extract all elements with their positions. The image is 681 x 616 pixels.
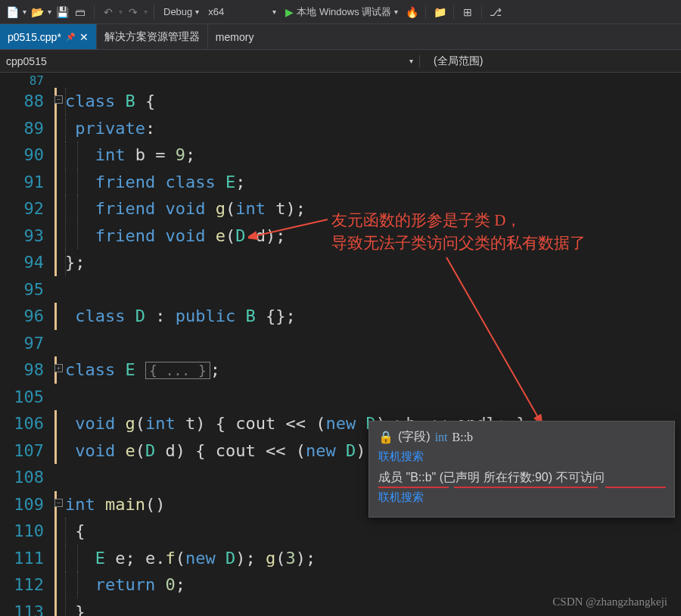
nav-scope-label: cpp0515 [6,55,47,67]
tab-active-file[interactable]: p0515.cpp* 📌 ✕ [0,24,97,49]
new-file-icon[interactable]: 📄 [5,5,20,20]
fire-icon[interactable]: 🔥 [404,5,419,20]
online-search-link[interactable]: 联机搜索 [378,490,665,505]
window-icon[interactable]: ⊞ [460,5,475,20]
folder-icon[interactable]: 📁 [432,5,447,20]
tab-solution-explorer[interactable]: 解决方案资源管理器 [97,24,208,49]
line-number: 88 [0,88,51,115]
field-icon: 🔒 [378,430,393,444]
tab-label: 解决方案资源管理器 [104,30,200,44]
nav-member-label: (全局范围) [434,54,483,67]
tab-label: p0515.cpp* [8,31,61,43]
line-number: 90 [0,142,51,169]
tooltip-field-label: (字段) [398,429,431,445]
line-number: 109 [0,491,51,518]
platform-dropdown[interactable]: x64 ▾ [205,6,279,17]
close-icon[interactable]: ✕ [79,31,89,43]
pin-icon[interactable]: 📌 [66,33,75,41]
line-number: 89 [0,115,51,142]
line-number: 107 [0,437,51,465]
code-editor[interactable]: 87 88 89 90 91 92 93 94 95 96 97 98 105 … [0,73,681,616]
line-number: 110 [0,518,51,545]
line-number: 111 [0,545,51,572]
nav-member-dropdown[interactable]: (全局范围) [420,54,496,68]
annotation-line2: 导致无法子类访问父类的私有数据了 [331,232,586,254]
line-number: 95 [0,276,51,303]
platform-label: x64 [208,6,224,17]
save-icon[interactable]: 💾 [54,5,70,20]
start-debugging-button[interactable]: ▶ 本地 Windows 调试器 ▾ [282,5,401,19]
undo-icon[interactable]: ↶ [101,5,116,20]
debugger-label: 本地 Windows 调试器 [297,5,391,19]
nav-scope-dropdown[interactable]: cpp0515 ▾ [0,55,420,67]
save-all-icon[interactable]: 🗃 [73,5,88,20]
navigation-bar: cpp0515 ▾ (全局范围) [0,50,681,73]
line-number: 112 [0,571,51,599]
line-number: 106 [0,410,51,437]
document-tabs: p0515.cpp* 📌 ✕ 解决方案资源管理器 memory [0,24,681,50]
open-icon[interactable]: 📂 [30,5,45,20]
line-number: 96 [0,303,51,330]
play-icon: ▶ [285,6,294,18]
redo-icon[interactable]: ↷ [126,5,141,20]
line-number: 91 [0,169,51,196]
line-number: 93 [0,222,51,250]
main-toolbar: 📄 ▾ 📂 ▾ 💾 🗃 ↶ ▾ ↷ ▾ Debug ▾ x64 ▾ ▶ 本地 W… [0,0,681,24]
fold-toggle[interactable]: − [54,499,63,507]
tab-label: memory [216,31,254,43]
intellisense-tooltip: 🔒 (字段) int B::b 联机搜索 成员 "B::b" (已声明 所在行数… [368,421,675,518]
tooltip-error-message: 成员 "B::b" (已声明 所在行数:90) 不可访问 [378,470,665,486]
line-number: 108 [0,464,51,491]
line-number: 87 [0,74,51,88]
misc-icon[interactable]: ⎇ [488,5,503,20]
folded-region[interactable]: { ... } [145,362,210,379]
line-number-gutter: 87 88 89 90 91 92 93 94 95 96 97 98 105 … [0,73,51,616]
tooltip-qualified-name: B::b [452,431,474,444]
line-number: 97 [0,330,51,357]
annotation-line1: 友元函数的形参是子类 D， [331,209,586,232]
line-number: 98 [0,356,51,384]
change-marks [51,73,65,616]
tab-memory[interactable]: memory [208,24,262,49]
watermark: CSDN @zhangzhangkeji [552,596,667,608]
line-number: 94 [0,249,51,276]
online-search-link[interactable]: 联机搜索 [378,450,665,464]
line-number: 113 [0,599,51,617]
fold-toggle[interactable]: + [54,364,63,372]
config-dropdown[interactable]: Debug ▾ [160,6,202,17]
fold-toggle[interactable]: − [54,95,63,104]
annotation-text: 友元函数的形参是子类 D， 导致无法子类访问父类的私有数据了 [331,209,586,254]
line-number: 92 [0,195,51,222]
code-area[interactable]: −class B { private: int b = 9; friend cl… [65,73,681,616]
config-label: Debug [163,6,192,17]
line-number: 105 [0,384,51,411]
tooltip-type: int [435,431,448,444]
